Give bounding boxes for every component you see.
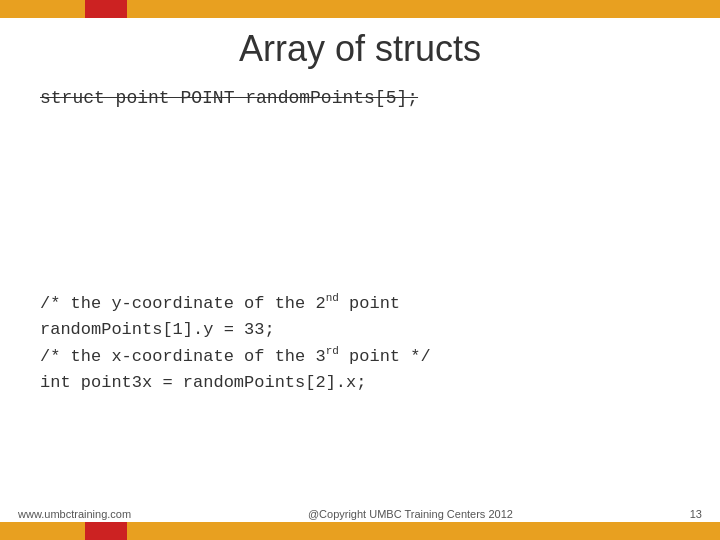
bottom-bar-segment (339, 522, 381, 540)
code-line-3: /* the x-coordinate of the 3rd point */ (40, 343, 431, 370)
bottom-bar-segment (297, 522, 339, 540)
bottom-bar-segment (466, 522, 508, 540)
bottom-bar-segment (169, 522, 211, 540)
slide-title: Array of structs (0, 28, 720, 70)
bar-segment (169, 0, 211, 18)
strikethrough-code: struct point POINT randomPoints[5]; (40, 88, 418, 108)
bottom-bar-segment (212, 522, 254, 540)
code-line-2: randomPoints[1].y = 33; (40, 317, 431, 343)
bottom-decorative-bar (0, 522, 720, 540)
bar-segment (0, 0, 42, 18)
bar-segment (127, 0, 169, 18)
bar-segment (635, 0, 677, 18)
code-statement-1: randomPoints[1].y = 33; (40, 320, 275, 339)
footer-page-number: 13 (690, 508, 702, 520)
footer: www.umbctraining.com @Copyright UMBC Tra… (0, 508, 720, 520)
bottom-bar-segment (42, 522, 84, 540)
bar-segment (424, 0, 466, 18)
code-line-4: int point3x = randomPoints[2].x; (40, 370, 431, 396)
bottom-bar-segment (678, 522, 720, 540)
bottom-bar-segment (593, 522, 635, 540)
bottom-bar-segment (424, 522, 466, 540)
code-comment-1: /* the y-coordinate of the 2nd point (40, 294, 400, 313)
bar-segment (42, 0, 84, 18)
bottom-bar-segment (551, 522, 593, 540)
bottom-bar-segment-red (85, 522, 127, 540)
footer-website: www.umbctraining.com (18, 508, 131, 520)
bottom-bar-segment (127, 522, 169, 540)
code-statement-2: int point3x = randomPoints[2].x; (40, 373, 366, 392)
bar-segment (508, 0, 550, 18)
bottom-bar-segment (635, 522, 677, 540)
bar-segment-red (85, 0, 127, 18)
code-comment-2: /* the x-coordinate of the 3rd point */ (40, 347, 431, 366)
footer-copyright: @Copyright UMBC Training Centers 2012 (308, 508, 513, 520)
bar-segment (339, 0, 381, 18)
bar-segment (551, 0, 593, 18)
bar-segment (212, 0, 254, 18)
bar-segment (678, 0, 720, 18)
code-line-1: /* the y-coordinate of the 2nd point (40, 290, 431, 317)
bar-segment (466, 0, 508, 18)
bottom-bar-segment (381, 522, 423, 540)
top-decorative-bar (0, 0, 720, 18)
bar-segment (381, 0, 423, 18)
bar-segment (297, 0, 339, 18)
code-block: /* the y-coordinate of the 2nd point ran… (40, 290, 431, 397)
bottom-bar-segment (254, 522, 296, 540)
bottom-bar-segment (0, 522, 42, 540)
bar-segment (593, 0, 635, 18)
bar-segment (254, 0, 296, 18)
bottom-bar-segment (508, 522, 550, 540)
